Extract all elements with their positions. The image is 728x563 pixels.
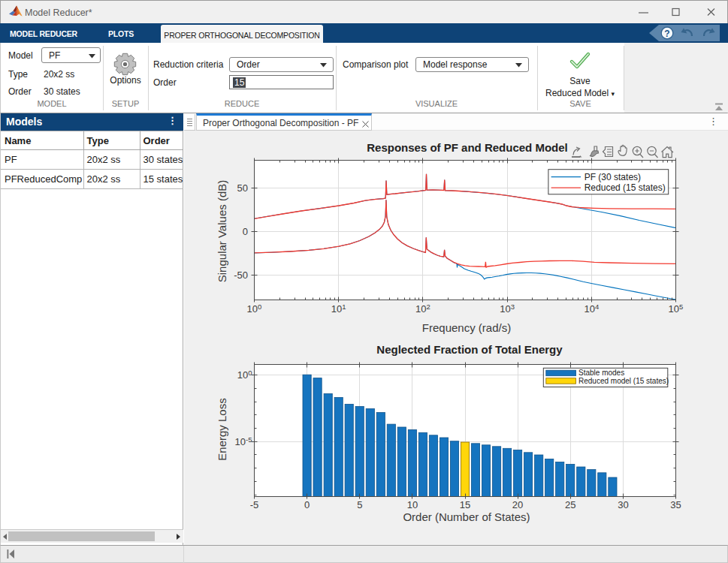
svg-text:10: 10 [407, 499, 418, 510]
svg-text:Reduced model (15 states): Reduced model (15 states) [578, 377, 669, 385]
svg-text:-5: -5 [250, 499, 259, 510]
svg-text:Neglected Fraction of Total En: Neglected Fraction of Total Energy [376, 343, 563, 356]
svg-text:Reduced (15 states): Reduced (15 states) [585, 182, 666, 193]
svg-text:5: 5 [357, 499, 362, 510]
svg-text:30: 30 [618, 499, 628, 510]
svg-text:0: 0 [243, 226, 248, 237]
svg-text:50: 50 [237, 182, 248, 194]
svg-text:Energy Loss: Energy Loss [216, 398, 228, 460]
svg-text:Order (Number of States): Order (Number of States) [403, 510, 530, 523]
svg-text:-50: -50 [234, 269, 248, 281]
svg-text:15: 15 [460, 499, 470, 510]
svg-text:PF (30 states): PF (30 states) [585, 172, 641, 182]
svg-text:25: 25 [565, 499, 575, 510]
svg-text:35: 35 [670, 499, 681, 510]
svg-text:Singular Values (dB): Singular Values (dB) [216, 180, 228, 282]
svg-text:Stable modes: Stable modes [578, 369, 624, 377]
svg-text:?: ? [664, 29, 669, 39]
svg-text:20: 20 [512, 499, 523, 510]
svg-text:Responses of PF and Reduced Mo: Responses of PF and Reduced Model [367, 141, 568, 154]
svg-text:Frequency (rad/s): Frequency (rad/s) [422, 321, 511, 334]
svg-text:0: 0 [304, 499, 310, 510]
